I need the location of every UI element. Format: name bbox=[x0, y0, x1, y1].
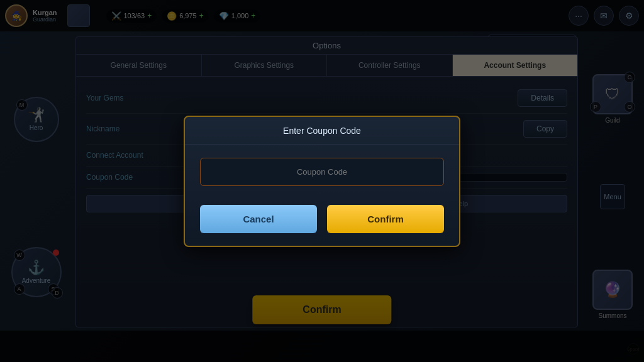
modal-confirm-button[interactable]: Confirm bbox=[327, 205, 444, 233]
modal-overlay: Enter Coupon Code Cancel Confirm bbox=[0, 0, 644, 362]
coupon-modal: Enter Coupon Code Cancel Confirm bbox=[184, 116, 460, 247]
modal-body bbox=[185, 145, 459, 199]
modal-title: Enter Coupon Code bbox=[185, 117, 459, 145]
modal-buttons: Cancel Confirm bbox=[185, 205, 459, 233]
modal-cancel-button[interactable]: Cancel bbox=[200, 205, 317, 233]
coupon-code-input[interactable] bbox=[200, 158, 444, 186]
